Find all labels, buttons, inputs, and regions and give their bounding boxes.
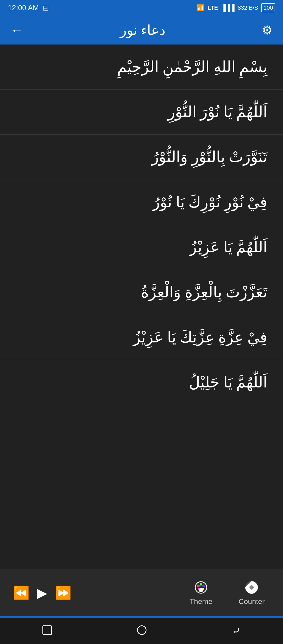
time-display: 12:00 AM — [8, 4, 39, 12]
verse-text: اَللّٰهُمَّ يَا جَلِيْلُ — [189, 374, 267, 391]
signal-bars: ▐▐▐ — [221, 4, 235, 12]
rewind-icon: ⏪ — [13, 585, 29, 601]
verse-text: فِيْ نُوْرِ نُوْرِكَ يَا نُوْرُ — [153, 194, 267, 211]
status-left: 12:00 AM ⊟ — [8, 4, 49, 12]
counter-button[interactable]: Counter — [225, 575, 278, 611]
play-button[interactable]: ▶ — [37, 585, 47, 601]
svg-point-1 — [197, 585, 200, 587]
network-speed: 832 B/S — [238, 4, 258, 11]
theme-label: Theme — [189, 597, 212, 606]
verse-text: بِسْمِ اللهِ الرَّحْمٰنِ الرَّحِيْمِ — [117, 58, 268, 75]
counter-label: Counter — [238, 597, 265, 606]
bottom-bar: ⏪ ▶ ⏩ — [0, 569, 283, 616]
verse-item: اَللّٰهُمَّ يَا جَلِيْلُ — [0, 360, 283, 405]
svg-point-3 — [202, 585, 205, 587]
page-title: دعاء نور — [120, 22, 165, 38]
verse-text: اَللّٰهُمَّ يَا نُوْرَ النُّوْرِ — [168, 103, 268, 120]
status-right: 📶 LTE ▐▐▐ 832 B/S 100 — [197, 3, 275, 12]
verse-text: تَنَوَّرَتْ بِالنُّوْرِ وَالنُّوْرُ — [151, 148, 267, 165]
app-bar: ← دعاء نور ⚙ — [0, 16, 283, 45]
theme-button[interactable]: Theme — [176, 575, 225, 611]
play-icon: ▶ — [37, 585, 47, 601]
palette-icon — [194, 580, 208, 595]
svg-point-8 — [249, 585, 254, 590]
wifi-icon: 📶 — [197, 4, 204, 12]
nav-home-button[interactable] — [132, 619, 152, 643]
back-arrow-icon: ← — [10, 23, 24, 37]
status-bar: 12:00 AM ⊟ 📶 LTE ▐▐▐ 832 B/S 100 — [0, 0, 283, 16]
verse-text: اَللّٰهُمَّ يَا عَزِيْزُ — [189, 239, 267, 256]
verse-item: تَعَزَّزْتَ بِالْعِزَّةِ وَالْعِزَّةُ — [0, 270, 283, 315]
lte-label: LTE — [208, 4, 218, 11]
counter-icon — [244, 580, 259, 595]
forward-button[interactable]: ⏩ — [55, 585, 71, 601]
svg-point-6 — [199, 588, 203, 592]
verse-item: فِيْ عِزَّةِ عِزَّتِكَ يَا عَزِيْزُ — [0, 315, 283, 360]
verse-text: فِيْ عِزَّةِ عِزَّتِكَ يَا عَزِيْزُ — [133, 329, 267, 346]
playback-controls: ⏪ ▶ ⏩ — [0, 585, 176, 601]
verse-item: اَللّٰهُمَّ يَا عَزِيْزُ — [0, 225, 283, 270]
nav-recent-button[interactable] — [37, 619, 57, 643]
verse-text: تَعَزَّزْتَ بِالْعِزَّةِ وَالْعِزَّةُ — [141, 284, 267, 301]
sim-icon: ⊟ — [43, 4, 49, 12]
recent-apps-icon — [42, 625, 52, 635]
right-controls: Theme Counter — [176, 575, 283, 611]
verse-item: فِيْ نُوْرِ نُوْرِكَ يَا نُوْرُ — [0, 180, 283, 225]
back-button[interactable]: ← — [10, 23, 24, 38]
nav-bar: ⤶ — [0, 618, 283, 644]
verse-item: اَللّٰهُمَّ يَا نُوْرَ النُّوْرِ — [0, 90, 283, 135]
verse-list: بِسْمِ اللهِ الرَّحْمٰنِ الرَّحِيْمِ اَل… — [0, 45, 283, 569]
battery-icon: 100 — [261, 3, 275, 12]
back-gesture-icon: ⤶ — [232, 625, 241, 637]
verse-item: تَنَوَّرَتْ بِالنُّوْرِ وَالنُّوْرُ — [0, 135, 283, 180]
rewind-button[interactable]: ⏪ — [13, 585, 29, 601]
main-content: بِسْمِ اللهِ الرَّحْمٰنِ الرَّحِيْمِ اَل… — [0, 45, 283, 618]
settings-button[interactable]: ⚙ — [262, 23, 273, 37]
svg-point-2 — [200, 583, 202, 586]
gear-icon: ⚙ — [262, 23, 273, 37]
verse-item: بِسْمِ اللهِ الرَّحْمٰنِ الرَّحِيْمِ — [0, 45, 283, 90]
home-icon — [137, 625, 146, 635]
nav-back-button[interactable]: ⤶ — [226, 619, 246, 643]
fast-forward-icon: ⏩ — [55, 585, 71, 601]
